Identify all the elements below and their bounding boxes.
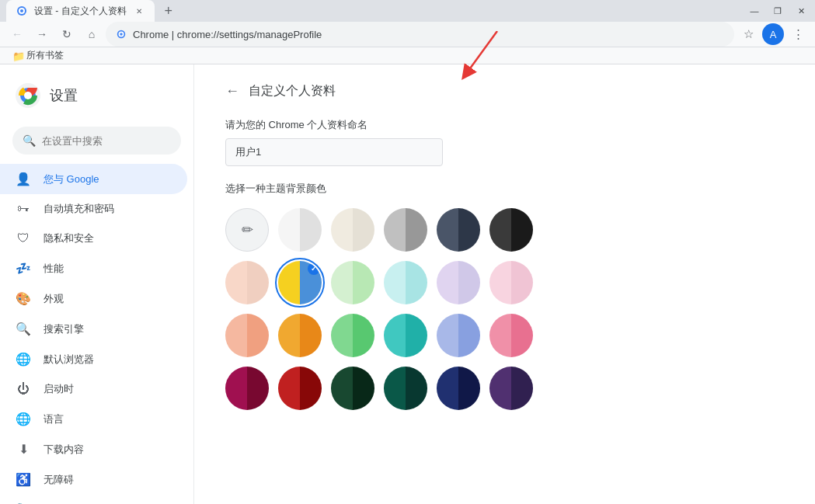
sidebar-item-autofill[interactable]: 🗝 自动填充和密码 — [0, 194, 187, 224]
color-option-periwinkle[interactable] — [437, 314, 480, 357]
color-option-dark-red[interactable] — [278, 367, 322, 410]
color-grid: ✏ — [225, 208, 707, 410]
sidebar-item-google-label: 您与 Google — [44, 172, 99, 186]
sidebar-nav: 👤 您与 Google 🗝 自动填充和密码 🛡 隐私和安全 💤 性能 🎨 — [0, 161, 193, 504]
default-browser-icon: 🌐 — [16, 352, 31, 367]
downloads-icon: ⬇ — [16, 442, 31, 457]
privacy-icon: 🛡 — [16, 231, 31, 245]
color-option-light-pink[interactable] — [489, 261, 533, 304]
sidebar-item-search[interactable]: 🔍 搜索引擎 — [0, 314, 187, 344]
toolbar-actions: ☆ A ⋮ — [737, 23, 809, 45]
search-bar[interactable]: 🔍 — [12, 127, 181, 155]
sidebar-item-language[interactable]: 🌐 语言 — [0, 404, 187, 434]
sidebar-item-startup[interactable]: ⏻ 启动时 — [0, 374, 187, 404]
sidebar-item-downloads-label: 下载内容 — [44, 443, 84, 457]
color-section-label: 选择一种主题背景颜色 — [225, 182, 707, 196]
back-arrow-icon: ← — [225, 83, 239, 99]
color-option-yellow-blue[interactable]: ✓ — [278, 261, 322, 304]
sidebar-item-system[interactable]: 🔧 系统 — [0, 495, 187, 504]
active-tab[interactable]: 设置 - 自定义个人资料 ✕ — [6, 0, 155, 22]
tab-title: 设置 - 自定义个人资料 — [34, 5, 127, 18]
profile-name-input[interactable] — [225, 138, 443, 166]
tab-close-button[interactable]: ✕ — [133, 5, 145, 17]
address-text: Chrome | chrome://settings/manageProfile — [133, 29, 724, 40]
color-option-light-lavender[interactable] — [437, 261, 480, 304]
color-option-light-cyan[interactable] — [384, 261, 427, 304]
sidebar-item-default-browser[interactable]: 🌐 默认浏览器 — [0, 344, 187, 374]
color-option-dark-teal[interactable] — [384, 367, 427, 410]
sidebar-item-browser-label: 默认浏览器 — [44, 353, 94, 367]
color-option-navy[interactable] — [437, 367, 480, 410]
sidebar-item-accessibility-label: 无障碍 — [44, 473, 74, 487]
search-bar-container: 🔍 — [0, 120, 193, 161]
bookmarks-bar: 📁 所有书签 — [0, 47, 815, 64]
sidebar-item-privacy-label: 隐私和安全 — [44, 231, 94, 245]
custom-color-button[interactable]: ✏ — [225, 208, 269, 252]
sidebar-item-language-label: 语言 — [44, 412, 64, 426]
profile-button[interactable]: A — [762, 23, 784, 45]
color-option-peach[interactable] — [225, 314, 269, 357]
settings-header: 设置 — [0, 71, 193, 120]
close-button[interactable]: ✕ — [790, 3, 812, 19]
color-option-near-black[interactable] — [489, 208, 533, 252]
color-option-forest[interactable] — [331, 367, 374, 410]
tab-favicon — [16, 5, 28, 17]
settings-title: 设置 — [50, 86, 78, 105]
svg-point-10 — [24, 92, 32, 99]
sidebar-item-appearance[interactable]: 🎨 外观 — [0, 283, 187, 314]
color-option-dark-slate[interactable] — [437, 208, 480, 252]
startup-icon: ⏻ — [16, 382, 31, 396]
maximize-button[interactable]: ❐ — [767, 3, 789, 19]
sidebar-item-google[interactable]: 👤 您与 Google — [0, 164, 187, 194]
color-option-mint[interactable] — [331, 314, 374, 357]
color-option-teal[interactable] — [384, 314, 427, 357]
color-option-dark-purple[interactable] — [489, 367, 533, 410]
color-option-light-green[interactable] — [331, 261, 374, 304]
color-option-beige[interactable] — [331, 208, 374, 252]
color-row-1: ✏ — [225, 208, 707, 252]
color-option-white[interactable] — [278, 208, 322, 252]
all-bookmarks-item[interactable]: 📁 所有书签 — [6, 47, 70, 64]
menu-button[interactable]: ⋮ — [787, 23, 809, 45]
reload-button[interactable]: ↻ — [56, 23, 78, 45]
appearance-icon: 🎨 — [16, 291, 31, 306]
bookmark-button[interactable]: ☆ — [737, 23, 759, 45]
autofill-icon: 🗝 — [16, 202, 31, 216]
page-back[interactable]: ← 自定义个人资料 — [225, 83, 707, 99]
color-row-2: ✓ — [225, 261, 707, 304]
sidebar-item-privacy[interactable]: 🛡 隐私和安全 — [0, 224, 187, 253]
color-option-burgundy[interactable] — [225, 367, 269, 410]
all-bookmarks-label: 所有书签 — [26, 49, 64, 62]
forward-button[interactable]: → — [31, 23, 53, 45]
toolbar: ← → ↻ ⌂ Chrome | chrome://settings/manag… — [0, 22, 815, 47]
color-option-orange[interactable] — [278, 314, 322, 357]
search-input[interactable] — [42, 135, 172, 147]
color-row-3 — [225, 314, 707, 357]
settings-main: ← 自定义个人资料 请为您的 Chrome 个人资料命名 选择一种主题背景颜色 … — [194, 64, 815, 504]
svg-point-2 — [20, 9, 23, 12]
sidebar-item-performance-label: 性能 — [44, 262, 64, 276]
sidebar-item-appearance-label: 外观 — [44, 292, 64, 306]
language-icon: 🌐 — [16, 412, 31, 426]
settings-content: ← 自定义个人资料 请为您的 Chrome 个人资料命名 选择一种主题背景颜色 … — [194, 64, 738, 429]
color-option-rose[interactable] — [489, 314, 533, 357]
sidebar-item-performance[interactable]: 💤 性能 — [0, 253, 187, 283]
minimize-button[interactable]: — — [744, 3, 765, 19]
sidebar-item-accessibility[interactable]: ♿ 无障碍 — [0, 464, 187, 495]
edit-icon: ✏ — [242, 221, 253, 238]
new-tab-button[interactable]: + — [158, 0, 179, 22]
address-bar[interactable]: Chrome | chrome://settings/manageProfile — [106, 22, 734, 47]
content-area: 设置 🔍 👤 您与 Google 🗝 自动填充和密码 🛡 — [0, 64, 815, 504]
address-favicon — [116, 29, 127, 40]
color-option-light-peach[interactable] — [225, 261, 269, 304]
sidebar-item-downloads[interactable]: ⬇ 下载内容 — [0, 434, 187, 464]
name-section-label: 请为您的 Chrome 个人资料命名 — [225, 118, 707, 132]
color-option-gray[interactable] — [384, 208, 427, 252]
back-button[interactable]: ← — [6, 23, 28, 45]
search-icon: 🔍 — [23, 134, 36, 147]
home-button[interactable]: ⌂ — [81, 23, 103, 45]
sidebar-item-startup-label: 启动时 — [44, 382, 74, 396]
settings-sidebar: 设置 🔍 👤 您与 Google 🗝 自动填充和密码 🛡 — [0, 64, 194, 504]
search-engine-icon: 🔍 — [16, 322, 31, 336]
performance-icon: 💤 — [16, 261, 31, 276]
